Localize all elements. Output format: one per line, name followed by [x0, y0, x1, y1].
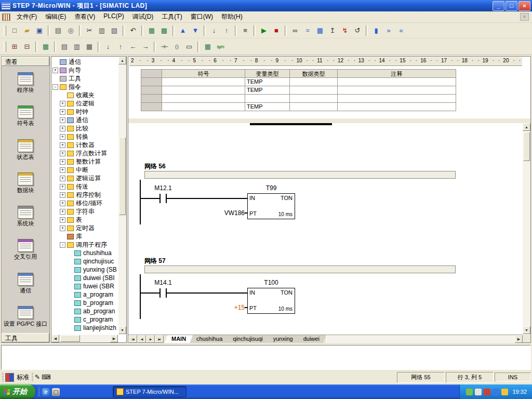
- print-preview-icon[interactable]: ◎: [64, 24, 77, 37]
- menu-item-1[interactable]: 编辑(E): [41, 11, 70, 22]
- tray-icon-1[interactable]: [466, 389, 473, 395]
- tree-item-19[interactable]: +表: [51, 216, 118, 224]
- insert-box-icon[interactable]: ▭: [183, 41, 195, 53]
- tree-item-11[interactable]: +浮点数计算: [51, 149, 118, 157]
- tray-icon-2[interactable]: [475, 389, 482, 395]
- toolbar-drag-handle[interactable]: [4, 25, 6, 36]
- timer-name[interactable]: T100: [247, 279, 295, 286]
- scroll-up-icon[interactable]: ▲: [118, 57, 126, 64]
- stop-icon[interactable]: ■: [270, 24, 283, 37]
- tree-expander-icon[interactable]: +: [60, 151, 65, 156]
- tree-item-7[interactable]: +通信: [51, 116, 118, 124]
- sym-toggle-icon[interactable]: sym: [214, 41, 227, 53]
- tree-item-3[interactable]: -指令: [51, 83, 118, 91]
- var-table-cell[interactable]: TEMP: [245, 103, 290, 111]
- var-table-row-header[interactable]: [141, 95, 162, 103]
- start-button[interactable]: 开始: [0, 384, 35, 399]
- tree-item-18[interactable]: +字符串: [51, 207, 118, 216]
- scroll-up-icon[interactable]: ▲: [523, 123, 530, 131]
- restore-button[interactable]: □: [506, 1, 517, 11]
- tree-vertical-scrollbar[interactable]: ▲ ▼: [118, 57, 126, 334]
- tab-scroll-last[interactable]: ▶|: [155, 335, 164, 343]
- tools-bar-header[interactable]: 工具: [2, 333, 49, 342]
- pt-operand[interactable]: +15: [195, 304, 245, 311]
- menu-item-7[interactable]: 帮助(H): [217, 11, 247, 22]
- var-table-cell[interactable]: [162, 95, 245, 103]
- print-icon[interactable]: ▤: [52, 24, 64, 37]
- mdi-restore-icon[interactable]: ×: [520, 13, 529, 21]
- menu-item-5[interactable]: 工具(T): [157, 11, 186, 22]
- var-table-cell[interactable]: [290, 78, 338, 86]
- toolbar-drag-handle[interactable]: [4, 42, 6, 52]
- var-table-cell[interactable]: [338, 103, 456, 111]
- tab-scroll-next[interactable]: ▶: [146, 335, 155, 343]
- tree-expander-icon[interactable]: +: [60, 142, 65, 148]
- var-table-cell[interactable]: [162, 78, 245, 86]
- timer-box[interactable]: INTONPT10 ms: [247, 193, 295, 219]
- tree-item-22[interactable]: -调用子程序: [51, 241, 118, 249]
- tree-item-25[interactable]: yunxing (SB: [51, 265, 118, 274]
- scrollbar-thumb[interactable]: [60, 335, 80, 342]
- var-table-cell[interactable]: [290, 86, 338, 95]
- scroll-left-icon[interactable]: ◀: [51, 335, 59, 342]
- tab-duiwei[interactable]: duiwei: [297, 335, 326, 343]
- open-file-icon[interactable]: ▰: [21, 24, 33, 37]
- tree-expander-icon[interactable]: +: [60, 167, 65, 173]
- upload-icon[interactable]: ▲: [177, 24, 189, 37]
- tree-item-21[interactable]: 库: [51, 232, 118, 241]
- tree-expander-icon[interactable]: +: [60, 176, 65, 181]
- tree-expander-icon[interactable]: +: [60, 101, 65, 107]
- compile-all-icon[interactable]: ▩: [158, 24, 170, 37]
- tree-expander-icon[interactable]: +: [60, 159, 65, 165]
- view-bar-item-program-block[interactable]: 程序块: [2, 66, 49, 99]
- status-table-monitor-icon[interactable]: ▦: [314, 24, 326, 37]
- tree-expander-icon[interactable]: -: [60, 242, 65, 248]
- ime-keyboard-icon[interactable]: ⌨: [42, 374, 50, 381]
- view-both-icon[interactable]: ▦: [83, 41, 96, 53]
- tray-icon-4[interactable]: [493, 389, 499, 395]
- tree-item-10[interactable]: +计数器: [51, 141, 118, 149]
- line-up-icon[interactable]: ↑: [114, 41, 127, 53]
- contact-right-bar[interactable]: [166, 194, 167, 203]
- tray-icon-5[interactable]: [501, 389, 508, 395]
- tree-expander-icon[interactable]: +: [60, 201, 65, 206]
- force-icon[interactable]: ↯: [339, 24, 351, 37]
- symbol-addressing-icon[interactable]: ▦: [202, 41, 214, 53]
- tree-item-12[interactable]: +整数计算: [51, 157, 118, 166]
- tree-item-2[interactable]: 工具: [51, 74, 118, 83]
- tree-expander-icon[interactable]: +: [60, 109, 65, 115]
- tree-expander-icon[interactable]: +: [60, 192, 65, 198]
- new-file-icon[interactable]: □: [8, 24, 21, 37]
- tree-expander-icon[interactable]: +: [52, 68, 58, 73]
- tree-expander-icon[interactable]: -: [52, 84, 58, 90]
- ime-drag-handle[interactable]: [32, 373, 33, 381]
- contact-right-bar[interactable]: [166, 288, 167, 298]
- view-bar-item-data-block[interactable]: 数据块: [2, 166, 49, 200]
- insert-coil-icon[interactable]: ( ): [170, 41, 183, 53]
- network-comment-field[interactable]: [144, 265, 456, 273]
- var-table-row-header[interactable]: [141, 103, 162, 111]
- trend-chart-icon[interactable]: ≈: [301, 24, 314, 37]
- view-absolute-icon[interactable]: ▥: [71, 41, 83, 53]
- view-bar-item-status-table[interactable]: 状态表: [2, 133, 49, 166]
- quick-launch-handle[interactable]: [38, 388, 40, 396]
- tab-qinchujisuqi[interactable]: qinchujisuqi: [226, 335, 269, 343]
- options-icon[interactable]: ≡: [239, 24, 251, 37]
- tree-item-5[interactable]: +位逻辑: [51, 99, 118, 108]
- contact-left-bar[interactable]: [159, 288, 161, 298]
- tree-item-20[interactable]: +定时器: [51, 224, 118, 232]
- var-table-cell[interactable]: [245, 95, 290, 103]
- bookmark-previous-icon[interactable]: «: [395, 24, 407, 37]
- write-values-icon[interactable]: ↥: [326, 24, 339, 37]
- tree-horizontal-scrollbar[interactable]: ◀ ▶: [51, 335, 118, 342]
- tree-expander-icon[interactable]: +: [60, 134, 65, 140]
- menu-item-3[interactable]: PLC(P): [99, 11, 128, 22]
- line-down-icon[interactable]: ↓: [102, 41, 114, 53]
- line-left-icon[interactable]: ←: [127, 41, 139, 53]
- ime-drag-handle[interactable]: [2, 373, 4, 381]
- tree-item-1[interactable]: +向导: [51, 66, 118, 74]
- view-bar-item-pgpc-interface[interactable]: 设置 PG/PC 接口: [2, 300, 49, 333]
- contact-left-bar[interactable]: [159, 194, 161, 203]
- tree-item-16[interactable]: +程序控制: [51, 191, 118, 199]
- toggle-network-comment-icon[interactable]: ⊟: [21, 41, 33, 53]
